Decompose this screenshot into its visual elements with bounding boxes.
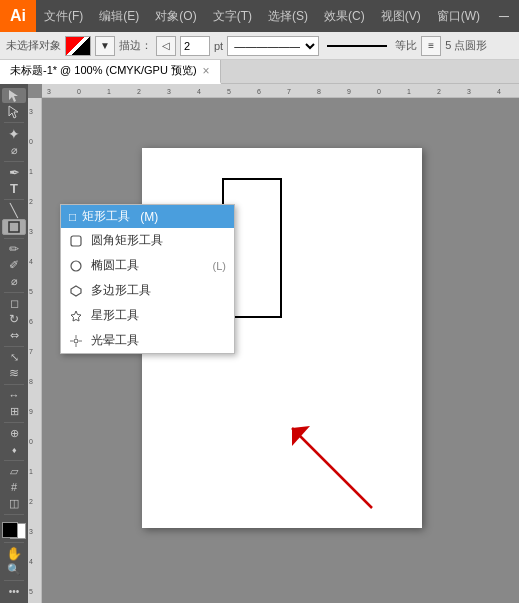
shape-tools-menu: □ 矩形工具 (M) 圆角矩形工具 椭圆工具 (L) (60, 204, 235, 354)
warp-tool[interactable]: ≋ (2, 366, 26, 381)
ratio-label: 等比 (395, 38, 417, 53)
menu-view[interactable]: 视图(V) (377, 6, 425, 27)
width-tool[interactable]: ↔ (2, 388, 26, 403)
control-bar: 未选择对象 ▼ 描边： ◁ pt —————— 等比 ≡ 5 点圆形 (0, 32, 519, 60)
tab-close-button[interactable]: × (203, 64, 210, 78)
magic-wand-tool[interactable]: ✦ (2, 126, 26, 142)
flare-icon (69, 334, 83, 348)
svg-marker-1 (9, 106, 18, 118)
points-label: 5 点圆形 (445, 38, 487, 53)
toolbar-separator-4 (4, 238, 24, 239)
menu-select[interactable]: 选择(S) (264, 6, 312, 27)
ai-logo: Ai (0, 0, 36, 32)
shape-tool[interactable] (2, 219, 26, 235)
eraser-tool[interactable]: ◻ (2, 296, 26, 311)
mesh-tool[interactable]: # (2, 480, 26, 495)
menu-text[interactable]: 文字(T) (209, 6, 256, 27)
title-bar: Ai 文件(F) 编辑(E) 对象(O) 文字(T) 选择(S) 效果(C) 视… (0, 0, 519, 32)
flare-label: 光晕工具 (91, 332, 139, 349)
reflect-tool[interactable]: ⇔ (2, 328, 26, 343)
ellipse-shortcut: (L) (213, 260, 226, 272)
toolbar-separator-9 (4, 460, 24, 461)
svg-point-6 (71, 261, 81, 271)
toolbar-separator-12 (4, 580, 24, 581)
svg-marker-0 (9, 90, 18, 102)
window-controls: ─ □ × (488, 0, 519, 32)
toolbar-separator-10 (4, 514, 24, 515)
direct-select-tool[interactable] (2, 104, 26, 119)
menu-edit[interactable]: 编辑(E) (95, 6, 143, 27)
star-tool-item[interactable]: 星形工具 (61, 303, 234, 328)
stroke-unit: pt (214, 40, 223, 52)
toolbar: ✦ ⌀ ✒ T ╲ ✏ ✐ ⌀ ◻ ↻ ⇔ ⤡ ≋ ↔ ⊞ ⊕ ⬧ ▱ # ◫ (0, 84, 28, 603)
rounded-rect-tool-item[interactable]: 圆角矩形工具 (61, 228, 234, 253)
star-icon (69, 309, 83, 323)
select-tool[interactable] (2, 88, 26, 103)
stroke-preview (327, 45, 387, 47)
menu-header: □ 矩形工具 (M) (61, 205, 234, 228)
menu-header-icon: □ (69, 210, 76, 224)
ruler-top: 3 0 1 2 3 4 5 6 7 8 9 0 1 2 3 4 (42, 84, 519, 98)
rotate-tool[interactable]: ↻ (2, 312, 26, 327)
color-picker[interactable] (2, 522, 26, 540)
free-transform-tool[interactable]: ⊞ (2, 404, 26, 419)
pencil-tool[interactable]: ✐ (2, 258, 26, 273)
toolbar-separator-1 (4, 122, 24, 123)
stroke-label: 描边： (119, 38, 152, 53)
stroke-value-input[interactable] (180, 36, 210, 56)
ruler-left: 3 0 1 2 3 4 5 6 7 8 9 0 1 2 3 4 5 6 (28, 98, 42, 603)
rounded-rect-icon (69, 234, 83, 248)
toolbar-separator-5 (4, 292, 24, 293)
svg-rect-5 (71, 236, 81, 246)
svg-point-9 (74, 339, 78, 343)
flare-tool-item[interactable]: 光晕工具 (61, 328, 234, 353)
scale-tool[interactable]: ⤡ (2, 350, 26, 365)
polygon-icon (69, 284, 83, 298)
toolbar-separator-7 (4, 384, 24, 385)
foreground-color[interactable] (2, 522, 18, 538)
perspective-tool[interactable]: ▱ (2, 463, 26, 478)
canvas-area[interactable]: 3 0 1 2 3 4 5 6 7 8 9 0 1 2 3 4 3 0 (28, 84, 519, 603)
document-tab[interactable]: 未标题-1* @ 100% (CMYK/GPU 预览) × (0, 60, 221, 84)
menu-effect[interactable]: 效果(C) (320, 6, 369, 27)
ratio-icon[interactable]: ≡ (421, 36, 441, 56)
svg-marker-8 (71, 311, 81, 321)
live-paint-tool[interactable]: ⬧ (2, 442, 26, 457)
menu-header-text: 矩形工具 (82, 208, 130, 225)
lasso-tool[interactable]: ⌀ (2, 143, 26, 158)
ellipse-tool-item[interactable]: 椭圆工具 (L) (61, 253, 234, 278)
svg-rect-2 (9, 222, 19, 232)
svg-marker-7 (71, 286, 81, 296)
fill-stroke-selector[interactable]: ▼ (95, 36, 115, 56)
menu-object[interactable]: 对象(O) (151, 6, 200, 27)
main-area: ✦ ⌀ ✒ T ╲ ✏ ✐ ⌀ ◻ ↻ ⇔ ⤡ ≋ ↔ ⊞ ⊕ ⬧ ▱ # ◫ (0, 84, 519, 603)
paintbrush-tool[interactable]: ✏ (2, 242, 26, 257)
no-selection-label: 未选择对象 (6, 38, 61, 53)
hand-tool[interactable]: ✋ (2, 546, 26, 561)
minimize-button[interactable]: ─ (488, 0, 519, 32)
tab-label: 未标题-1* @ 100% (CMYK/GPU 预览) (10, 63, 197, 78)
menu-header-shortcut: (M) (140, 210, 158, 224)
pen-tool[interactable]: ✒ (2, 165, 26, 180)
type-tool[interactable]: T (2, 181, 26, 196)
toolbar-separator-8 (4, 422, 24, 423)
polygon-tool-item[interactable]: 多边形工具 (61, 278, 234, 303)
stroke-decrement[interactable]: ◁ (156, 36, 176, 56)
toolbar-separator-2 (4, 161, 24, 162)
menu-file[interactable]: 文件(F) (40, 6, 87, 27)
menu-window[interactable]: 窗口(W) (433, 6, 484, 27)
menu-bar: 文件(F) 编辑(E) 对象(O) 文字(T) 选择(S) 效果(C) 视图(V… (36, 6, 488, 27)
stroke-type-select[interactable]: —————— (227, 36, 319, 56)
line-tool[interactable]: ╲ (2, 203, 26, 218)
toolbar-separator-6 (4, 346, 24, 347)
more-tools[interactable]: ••• (2, 584, 26, 599)
zoom-tool[interactable]: 🔍 (2, 562, 26, 577)
polygon-label: 多边形工具 (91, 282, 151, 299)
shape-builder-tool[interactable]: ⊕ (2, 426, 26, 441)
rounded-rect-label: 圆角矩形工具 (91, 232, 163, 249)
stroke-color-icon[interactable] (65, 36, 91, 56)
gradient-tool[interactable]: ◫ (2, 496, 26, 511)
ellipse-icon (69, 259, 83, 273)
star-label: 星形工具 (91, 307, 139, 324)
blob-brush-tool[interactable]: ⌀ (2, 274, 26, 289)
